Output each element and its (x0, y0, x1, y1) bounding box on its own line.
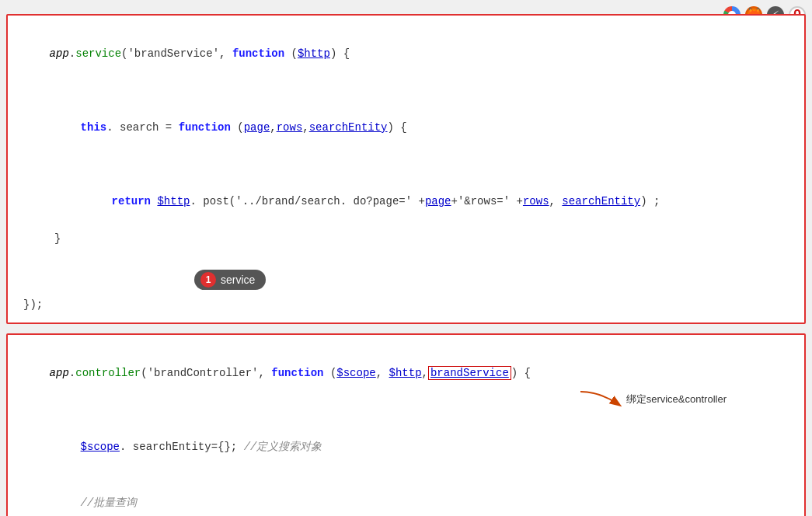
arrow-label: 绑定service&controller (626, 392, 727, 406)
code-line-6: } (54, 230, 789, 249)
service-code-block: app.service('brandService', function ($h… (6, 14, 806, 324)
badge-num-1: 1 (200, 272, 216, 288)
service-method: service (75, 47, 121, 60)
code-line-5: return $http. post('../brand/search. do?… (85, 174, 789, 229)
scope-search-entity: $scope. searchEntity={}; //定义搜索对象 (54, 420, 789, 475)
code-closing-1: }); (23, 296, 789, 315)
code-line-blank1 (23, 82, 789, 100)
arrow-annotation: 绑定service&controller (577, 388, 727, 411)
code-line-1: app.service('brandService', function ($h… (23, 26, 789, 82)
code-line-blank2 (23, 156, 789, 175)
comment-batch: //批量查询 (54, 476, 789, 516)
service-badge: 1 service (194, 270, 266, 290)
http-param: $http (298, 47, 330, 60)
code-line-3: this. search = function (page,rows,searc… (54, 100, 789, 155)
controller-code-block: 绑定service&controller app.controller('bra… (6, 333, 806, 516)
annotation-row-1: 1 service (194, 270, 789, 290)
code-line-blank3 (23, 249, 789, 267)
app-keyword: app (50, 47, 69, 60)
function-kw: function (232, 47, 284, 60)
badge-label-1: service (221, 274, 255, 286)
arrow-svg (577, 388, 623, 411)
